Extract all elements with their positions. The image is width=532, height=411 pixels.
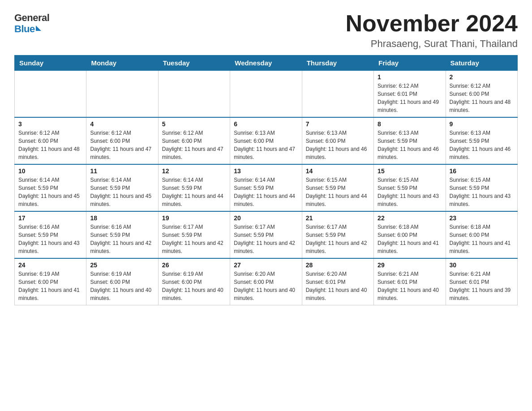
day-number: 28 xyxy=(306,261,370,269)
calendar-day-cell: 10Sunrise: 6:14 AMSunset: 5:59 PMDayligh… xyxy=(15,164,86,211)
day-info: Sunrise: 6:16 AMSunset: 5:59 PMDaylight:… xyxy=(90,223,154,255)
day-info: Sunrise: 6:19 AMSunset: 6:00 PMDaylight:… xyxy=(18,270,82,302)
calendar-day-cell: 17Sunrise: 6:16 AMSunset: 5:59 PMDayligh… xyxy=(15,211,86,258)
day-number: 3 xyxy=(18,120,82,128)
day-number: 4 xyxy=(90,120,154,128)
day-info: Sunrise: 6:15 AMSunset: 5:59 PMDaylight:… xyxy=(306,176,370,208)
calendar-day-cell: 5Sunrise: 6:12 AMSunset: 6:00 PMDaylight… xyxy=(158,117,230,164)
day-number: 9 xyxy=(450,120,514,128)
day-info: Sunrise: 6:17 AMSunset: 5:59 PMDaylight:… xyxy=(162,223,226,255)
day-number: 26 xyxy=(162,261,226,269)
day-number: 16 xyxy=(450,167,514,175)
day-info: Sunrise: 6:12 AMSunset: 6:00 PMDaylight:… xyxy=(90,129,154,161)
day-info: Sunrise: 6:12 AMSunset: 6:00 PMDaylight:… xyxy=(162,129,226,161)
calendar-weekday-header: Friday xyxy=(374,56,446,71)
day-info: Sunrise: 6:12 AMSunset: 6:01 PMDaylight:… xyxy=(378,82,442,114)
calendar-day-cell: 27Sunrise: 6:20 AMSunset: 6:00 PMDayligh… xyxy=(230,258,302,305)
day-number: 8 xyxy=(378,120,442,128)
day-number: 14 xyxy=(306,167,370,175)
calendar-day-cell: 26Sunrise: 6:19 AMSunset: 6:00 PMDayligh… xyxy=(158,258,230,305)
calendar-week-row: 1Sunrise: 6:12 AMSunset: 6:01 PMDaylight… xyxy=(15,71,518,118)
day-info: Sunrise: 6:13 AMSunset: 6:00 PMDaylight:… xyxy=(306,129,370,161)
calendar-day-cell: 25Sunrise: 6:19 AMSunset: 6:00 PMDayligh… xyxy=(86,258,158,305)
day-number: 23 xyxy=(450,214,514,222)
day-number: 19 xyxy=(162,214,226,222)
calendar-weekday-header: Wednesday xyxy=(230,56,302,71)
logo: General Blue xyxy=(14,13,49,35)
day-number: 24 xyxy=(18,261,82,269)
calendar-day-cell: 20Sunrise: 6:17 AMSunset: 5:59 PMDayligh… xyxy=(230,211,302,258)
title-block: November 2024 Phrasaeng, Surat Thani, Th… xyxy=(346,11,518,50)
calendar-day-cell: 11Sunrise: 6:14 AMSunset: 5:59 PMDayligh… xyxy=(86,164,158,211)
day-number: 22 xyxy=(378,214,442,222)
day-info: Sunrise: 6:12 AMSunset: 6:00 PMDaylight:… xyxy=(450,82,514,114)
day-info: Sunrise: 6:20 AMSunset: 6:00 PMDaylight:… xyxy=(234,270,298,302)
day-info: Sunrise: 6:16 AMSunset: 5:59 PMDaylight:… xyxy=(18,223,82,255)
day-number: 1 xyxy=(378,73,442,81)
calendar-day-cell: 3Sunrise: 6:12 AMSunset: 6:00 PMDaylight… xyxy=(15,117,86,164)
day-info: Sunrise: 6:13 AMSunset: 6:00 PMDaylight:… xyxy=(234,129,298,161)
logo-general-text: General xyxy=(14,13,49,23)
calendar-day-cell xyxy=(302,71,373,118)
day-info: Sunrise: 6:18 AMSunset: 6:00 PMDaylight:… xyxy=(450,223,514,255)
calendar-day-cell: 9Sunrise: 6:13 AMSunset: 5:59 PMDaylight… xyxy=(446,117,517,164)
day-number: 18 xyxy=(90,214,154,222)
day-info: Sunrise: 6:21 AMSunset: 6:01 PMDaylight:… xyxy=(450,270,514,302)
day-number: 30 xyxy=(450,261,514,269)
calendar-week-row: 10Sunrise: 6:14 AMSunset: 5:59 PMDayligh… xyxy=(15,164,518,211)
calendar-day-cell xyxy=(230,71,302,118)
calendar-day-cell: 16Sunrise: 6:15 AMSunset: 5:59 PMDayligh… xyxy=(446,164,517,211)
calendar-week-row: 17Sunrise: 6:16 AMSunset: 5:59 PMDayligh… xyxy=(15,211,518,258)
calendar-subtitle: Phrasaeng, Surat Thani, Thailand xyxy=(346,38,518,50)
calendar-day-cell: 4Sunrise: 6:12 AMSunset: 6:00 PMDaylight… xyxy=(86,117,158,164)
calendar-weekday-header: Monday xyxy=(86,56,158,71)
calendar-day-cell xyxy=(15,71,86,118)
day-number: 11 xyxy=(90,167,154,175)
day-number: 27 xyxy=(234,261,298,269)
day-info: Sunrise: 6:15 AMSunset: 5:59 PMDaylight:… xyxy=(450,176,514,208)
calendar-day-cell: 18Sunrise: 6:16 AMSunset: 5:59 PMDayligh… xyxy=(86,211,158,258)
calendar-day-cell: 15Sunrise: 6:15 AMSunset: 5:59 PMDayligh… xyxy=(374,164,446,211)
day-info: Sunrise: 6:20 AMSunset: 6:01 PMDaylight:… xyxy=(306,270,370,302)
calendar-day-cell: 7Sunrise: 6:13 AMSunset: 6:00 PMDaylight… xyxy=(302,117,373,164)
day-number: 21 xyxy=(306,214,370,222)
calendar-table: SundayMondayTuesdayWednesdayThursdayFrid… xyxy=(14,55,518,305)
calendar-day-cell: 12Sunrise: 6:14 AMSunset: 5:59 PMDayligh… xyxy=(158,164,230,211)
day-number: 12 xyxy=(162,167,226,175)
calendar-weekday-header: Thursday xyxy=(302,56,373,71)
day-info: Sunrise: 6:13 AMSunset: 5:59 PMDaylight:… xyxy=(378,129,442,161)
calendar-day-cell: 24Sunrise: 6:19 AMSunset: 6:00 PMDayligh… xyxy=(15,258,86,305)
day-info: Sunrise: 6:14 AMSunset: 5:59 PMDaylight:… xyxy=(90,176,154,208)
calendar-day-cell: 19Sunrise: 6:17 AMSunset: 5:59 PMDayligh… xyxy=(158,211,230,258)
day-info: Sunrise: 6:19 AMSunset: 6:00 PMDaylight:… xyxy=(162,270,226,302)
day-number: 6 xyxy=(234,120,298,128)
calendar-day-cell: 28Sunrise: 6:20 AMSunset: 6:01 PMDayligh… xyxy=(302,258,373,305)
day-number: 7 xyxy=(306,120,370,128)
calendar-day-cell xyxy=(86,71,158,118)
day-number: 5 xyxy=(162,120,226,128)
calendar-day-cell: 30Sunrise: 6:21 AMSunset: 6:01 PMDayligh… xyxy=(446,258,517,305)
calendar-day-cell: 14Sunrise: 6:15 AMSunset: 5:59 PMDayligh… xyxy=(302,164,373,211)
calendar-day-cell xyxy=(158,71,230,118)
day-number: 15 xyxy=(378,167,442,175)
day-info: Sunrise: 6:21 AMSunset: 6:01 PMDaylight:… xyxy=(378,270,442,302)
calendar-title: November 2024 xyxy=(346,11,518,36)
calendar-weekday-header: Sunday xyxy=(15,56,86,71)
day-info: Sunrise: 6:19 AMSunset: 6:00 PMDaylight:… xyxy=(90,270,154,302)
calendar-day-cell: 2Sunrise: 6:12 AMSunset: 6:00 PMDaylight… xyxy=(446,71,517,118)
calendar-day-cell: 29Sunrise: 6:21 AMSunset: 6:01 PMDayligh… xyxy=(374,258,446,305)
day-info: Sunrise: 6:14 AMSunset: 5:59 PMDaylight:… xyxy=(234,176,298,208)
calendar-day-cell: 13Sunrise: 6:14 AMSunset: 5:59 PMDayligh… xyxy=(230,164,302,211)
logo-blue-text: Blue xyxy=(14,23,35,35)
day-info: Sunrise: 6:17 AMSunset: 5:59 PMDaylight:… xyxy=(234,223,298,255)
day-info: Sunrise: 6:17 AMSunset: 5:59 PMDaylight:… xyxy=(306,223,370,255)
calendar-header-row: SundayMondayTuesdayWednesdayThursdayFrid… xyxy=(15,56,518,71)
day-number: 13 xyxy=(234,167,298,175)
calendar-day-cell: 22Sunrise: 6:18 AMSunset: 6:00 PMDayligh… xyxy=(374,211,446,258)
day-number: 20 xyxy=(234,214,298,222)
logo-triangle-icon xyxy=(36,26,41,31)
day-number: 29 xyxy=(378,261,442,269)
calendar-weekday-header: Saturday xyxy=(446,56,517,71)
day-info: Sunrise: 6:18 AMSunset: 6:00 PMDaylight:… xyxy=(378,223,442,255)
calendar-day-cell: 21Sunrise: 6:17 AMSunset: 5:59 PMDayligh… xyxy=(302,211,373,258)
